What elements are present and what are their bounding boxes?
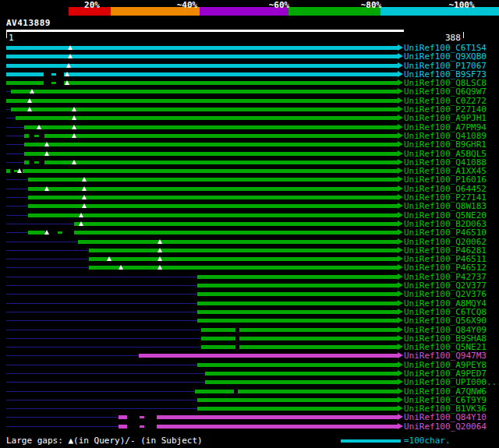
lead-line	[6, 355, 139, 356]
hit-bar-arrow	[398, 115, 403, 121]
hit-bar[interactable]	[6, 64, 398, 68]
gap-segment	[235, 337, 239, 340]
hit-label[interactable]: UniRef100_Q947M3	[404, 351, 487, 360]
hit-bar[interactable]	[24, 125, 398, 129]
hit-bar[interactable]	[139, 354, 398, 358]
hit-bar[interactable]	[6, 169, 398, 173]
scale-label: ~80%	[361, 0, 382, 10]
hit-row: UniRef100_Q947M3	[0, 351, 499, 360]
hit-bar[interactable]	[24, 152, 398, 156]
hit-label[interactable]: UniRef100_Q56X90	[404, 316, 487, 325]
hit-bar[interactable]	[205, 380, 398, 384]
query-gap-marker	[82, 177, 87, 182]
lead-line	[6, 277, 197, 277]
hit-bar-arrow	[398, 379, 403, 385]
hit-bar-arrow	[398, 79, 403, 86]
hit-bar[interactable]	[24, 134, 398, 138]
hit-bar-arrow	[398, 414, 403, 420]
hit-bar-arrow	[398, 317, 403, 323]
lead-line	[6, 417, 119, 418]
hit-bar[interactable]	[197, 310, 398, 314]
hit-bar-arrow	[398, 194, 403, 200]
query-gap-marker	[65, 72, 69, 76]
query-gap-marker	[157, 248, 162, 252]
query-gap-marker	[72, 160, 76, 164]
hit-bar-arrow	[398, 335, 403, 341]
hit-bar[interactable]	[201, 337, 398, 340]
hit-row: UniRef100_Q56X90	[0, 316, 499, 325]
hit-label[interactable]: UniRef100_A9PJH1	[404, 114, 487, 122]
hit-bar-arrow	[398, 150, 403, 157]
ruler-line	[6, 30, 404, 32]
hit-bar[interactable]	[197, 284, 398, 287]
hit-bar-arrow	[398, 405, 403, 411]
hit-label[interactable]: UniRef100_UPI000...	[404, 378, 499, 386]
hit-bar-arrow	[398, 44, 403, 51]
hit-bar-arrow	[398, 53, 403, 59]
hit-bar[interactable]	[197, 302, 398, 305]
hit-bar[interactable]	[11, 90, 398, 93]
hit-bar[interactable]	[28, 213, 398, 217]
hit-row: UniRef100_P46510	[0, 228, 499, 237]
gap-segment	[235, 328, 239, 332]
hit-label[interactable]: UniRef100_Q8W183	[404, 202, 487, 210]
hit-bar[interactable]	[205, 372, 398, 376]
hit-label[interactable]: UniRef100_Q2V376	[404, 290, 487, 298]
query-gap-marker	[30, 89, 34, 93]
hit-bar[interactable]	[197, 292, 398, 296]
lead-line	[6, 206, 28, 206]
hit-label[interactable]: UniRef100_Q20064	[404, 422, 487, 431]
blast-graphical-overview: 20%~40%~60%~80%~100% AV413889 1 388 UniR…	[0, 0, 499, 448]
hit-bar[interactable]	[74, 222, 398, 226]
query-gap-marker	[119, 265, 123, 270]
query-gap-marker	[68, 45, 73, 50]
hit-bar[interactable]	[89, 266, 398, 270]
hit-bar[interactable]	[11, 108, 398, 111]
query-gap-marker	[82, 195, 87, 199]
hit-bar[interactable]	[201, 345, 398, 349]
lead-line	[6, 144, 24, 145]
hit-bar[interactable]	[24, 143, 398, 146]
hit-bar[interactable]	[195, 390, 398, 393]
hit-row: UniRef100_Q8W183	[0, 202, 499, 210]
lead-line	[6, 373, 205, 374]
hit-bar[interactable]	[197, 319, 398, 323]
hit-bar[interactable]	[89, 249, 398, 252]
hit-bar-arrow	[398, 159, 403, 165]
hit-bar[interactable]	[6, 46, 398, 50]
lead-line	[6, 330, 201, 330]
hit-bar-arrow	[398, 168, 403, 174]
hit-label[interactable]: UniRef100_Q9XQB0	[404, 52, 487, 61]
hit-bar[interactable]	[119, 415, 398, 419]
ruler-tick-left	[6, 32, 7, 38]
query-gap-marker	[44, 230, 49, 235]
hit-bar[interactable]	[89, 257, 398, 261]
query-gap-marker	[17, 168, 22, 173]
hit-bar[interactable]	[6, 55, 398, 58]
hit-label[interactable]: UniRef100_B9GHR1	[404, 140, 487, 149]
hit-bar-arrow	[398, 388, 403, 394]
hit-bar-arrow	[398, 300, 403, 306]
query-gap-marker	[68, 54, 73, 58]
scale-label: ~100%	[448, 0, 474, 10]
hit-bar[interactable]	[197, 398, 398, 402]
ruler-tick-right	[463, 32, 464, 38]
hit-bar[interactable]	[201, 328, 398, 332]
hit-label[interactable]: UniRef100_P46510	[404, 228, 487, 237]
hit-bar[interactable]	[6, 99, 398, 103]
hit-bar[interactable]	[28, 231, 398, 235]
lead-line	[6, 232, 28, 233]
hit-bar[interactable]	[78, 240, 398, 244]
query-gap-marker	[72, 125, 76, 129]
hit-bar[interactable]	[197, 275, 398, 279]
hit-bar-arrow	[398, 247, 403, 253]
lead-line	[6, 136, 24, 136]
lead-line	[6, 242, 78, 242]
hit-bar[interactable]	[119, 425, 398, 429]
hit-bar[interactable]	[197, 407, 398, 411]
query-gap-marker	[65, 80, 69, 85]
hit-bar-arrow	[398, 352, 403, 358]
hit-bar[interactable]	[197, 363, 398, 367]
lead-line	[6, 365, 197, 365]
hit-bar[interactable]	[24, 161, 398, 164]
